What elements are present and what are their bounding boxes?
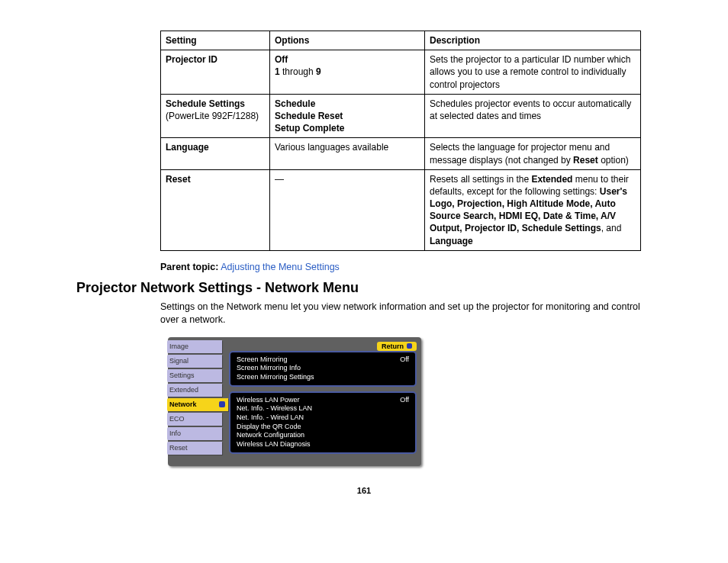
osd-tab-image: Image [167,340,222,353]
cell-description: Resets all settings in the Extended menu… [425,169,641,250]
osd-tab-info: Info [167,427,222,440]
osd-sidebar: Image Signal Settings Extended Network E… [167,340,222,455]
osd-tab-network: Network [167,398,228,411]
col-header-description: Description [425,31,641,50]
enter-icon [407,343,412,349]
osd-tab-reset: Reset [167,442,222,455]
cell-setting: Language [166,142,209,153]
parent-topic: Parent topic: Adjusting the Menu Setting… [160,262,682,272]
table-row: Schedule Settings (PowerLite 992F/1288) … [161,94,641,138]
cell-description: Schedules projector events to occur auto… [425,94,641,138]
osd-tab-signal: Signal [167,355,222,368]
table-row: Projector ID Off 1 through 9 Sets the pr… [161,50,641,95]
col-header-setting: Setting [161,31,270,50]
section-intro: Settings on the Network menu let you vie… [160,301,649,327]
select-icon [219,401,225,407]
col-header-options: Options [270,31,425,50]
cell-setting: Projector ID [166,54,217,65]
table-row: Reset — Resets all settings in the Exten… [161,169,641,250]
page-number: 161 [46,486,682,495]
section-heading: Projector Network Settings - Network Men… [76,280,682,296]
osd-tab-settings: Settings [167,369,222,382]
osd-block-network: Wireless LAN PowerOff Net. Info. - Wirel… [229,391,417,454]
osd-tab-eco: ECO [167,413,222,426]
osd-tab-extended: Extended [167,384,222,397]
option-off: Off [275,54,288,65]
osd-return-button: Return [377,342,417,351]
cell-description: Sets the projector to a particular ID nu… [425,50,641,95]
cell-setting: Schedule Settings [166,98,245,109]
cell-description: Selects the language for projector menu … [425,138,641,169]
osd-block-mirroring: Screen MirroringOff Screen Mirroring Inf… [229,351,417,387]
osd-screenshot: Image Signal Settings Extended Network E… [168,337,421,466]
settings-table: Setting Options Description Projector ID… [160,31,641,251]
parent-topic-link[interactable]: Adjusting the Menu Settings [221,262,340,272]
cell-setting: Reset [166,174,191,185]
table-row: Language Various languages available Sel… [161,138,641,169]
